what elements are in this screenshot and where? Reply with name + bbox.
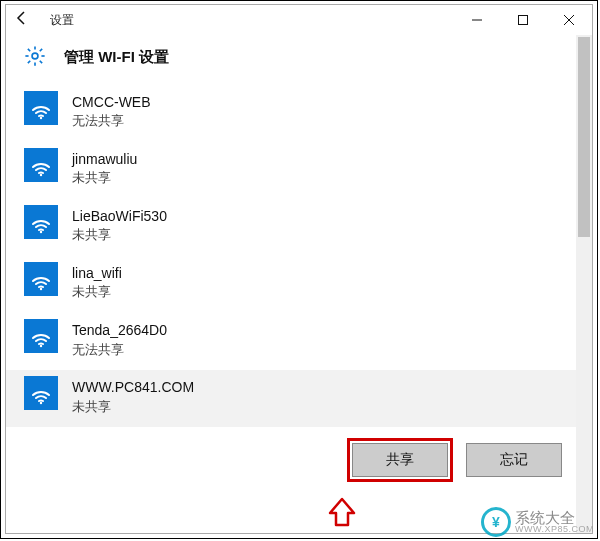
wifi-icon xyxy=(24,148,58,182)
svg-point-16 xyxy=(40,288,42,290)
wifi-ssid: lina_wifi xyxy=(72,264,122,282)
window-title: 设置 xyxy=(50,12,74,29)
wifi-item-text: WWW.PC841.COM未共享 xyxy=(72,376,194,415)
svg-point-15 xyxy=(40,231,42,233)
svg-line-9 xyxy=(28,49,30,51)
wifi-network-list: CMCC-WEB无法共享jinmawuliu未共享LieBaoWiFi530未共… xyxy=(6,85,592,427)
scrollbar-thumb[interactable] xyxy=(578,37,590,237)
forget-button[interactable]: 忘记 xyxy=(466,443,562,477)
wifi-icon xyxy=(24,319,58,353)
wifi-network-item[interactable]: jinmawuliu未共享 xyxy=(6,142,592,199)
back-button[interactable] xyxy=(14,10,34,30)
wifi-status: 无法共享 xyxy=(72,113,151,130)
svg-point-18 xyxy=(40,402,42,404)
wifi-ssid: Tenda_2664D0 xyxy=(72,321,167,339)
svg-line-10 xyxy=(40,61,42,63)
wifi-item-text: Tenda_2664D0无法共享 xyxy=(72,319,167,358)
window-controls xyxy=(454,5,592,35)
wifi-status: 未共享 xyxy=(72,170,137,187)
page-title: 管理 WI-FI 设置 xyxy=(64,48,169,67)
svg-rect-1 xyxy=(519,16,528,25)
wifi-status: 未共享 xyxy=(72,399,194,416)
share-button[interactable]: 共享 xyxy=(352,443,448,477)
svg-line-12 xyxy=(28,61,30,63)
settings-window: 设置 管理 WI-F xyxy=(5,4,593,534)
action-button-row: 共享 忘记 xyxy=(6,433,592,477)
wifi-status: 未共享 xyxy=(72,284,122,301)
wifi-ssid: CMCC-WEB xyxy=(72,93,151,111)
gear-icon xyxy=(24,45,48,69)
wifi-network-item[interactable]: WWW.PC841.COM未共享 xyxy=(6,370,592,427)
wifi-item-text: CMCC-WEB无法共享 xyxy=(72,91,151,130)
wifi-status: 无法共享 xyxy=(72,342,167,359)
svg-line-11 xyxy=(40,49,42,51)
wifi-ssid: jinmawuliu xyxy=(72,150,137,168)
watermark: 系统大全 WWW.XP85.COM xyxy=(481,507,594,537)
wifi-network-item[interactable]: Tenda_2664D0无法共享 xyxy=(6,313,592,370)
minimize-button[interactable] xyxy=(454,5,500,35)
watermark-logo-icon xyxy=(481,507,511,537)
watermark-url: WWW.XP85.COM xyxy=(515,525,594,534)
wifi-network-item[interactable]: CMCC-WEB无法共享 xyxy=(6,85,592,142)
wifi-item-text: jinmawuliu未共享 xyxy=(72,148,137,187)
wifi-icon xyxy=(24,205,58,239)
close-button[interactable] xyxy=(546,5,592,35)
wifi-network-item[interactable]: LieBaoWiFi530未共享 xyxy=(6,199,592,256)
wifi-item-text: LieBaoWiFi530未共享 xyxy=(72,205,167,244)
svg-point-4 xyxy=(32,53,38,59)
watermark-text: 系统大全 xyxy=(515,510,594,525)
wifi-icon xyxy=(24,262,58,296)
page-header: 管理 WI-FI 设置 xyxy=(6,35,592,85)
wifi-network-item[interactable]: lina_wifi未共享 xyxy=(6,256,592,313)
wifi-icon xyxy=(24,376,58,410)
wifi-icon xyxy=(24,91,58,125)
vertical-scrollbar[interactable] xyxy=(576,35,592,533)
wifi-ssid: LieBaoWiFi530 xyxy=(72,207,167,225)
svg-point-13 xyxy=(40,117,42,119)
svg-point-17 xyxy=(40,345,42,347)
red-arrow-annotation xyxy=(328,497,356,527)
wifi-ssid: WWW.PC841.COM xyxy=(72,378,194,396)
wifi-status: 未共享 xyxy=(72,227,167,244)
svg-point-14 xyxy=(40,174,42,176)
titlebar: 设置 xyxy=(6,5,592,35)
wifi-item-text: lina_wifi未共享 xyxy=(72,262,122,301)
maximize-button[interactable] xyxy=(500,5,546,35)
